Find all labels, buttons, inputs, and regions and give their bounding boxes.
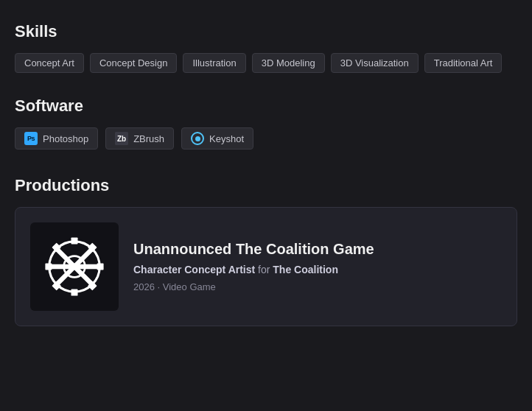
- skills-tags-row: Concept ArtConcept DesignIllustration3D …: [15, 53, 517, 73]
- skills-section: Skills Concept ArtConcept DesignIllustra…: [15, 22, 517, 73]
- production-company: The Coalition: [273, 264, 338, 275]
- production-role-connector: for: [258, 264, 273, 275]
- svg-rect-10: [71, 237, 78, 244]
- skill-tag[interactable]: Illustration: [183, 53, 245, 73]
- production-meta: 2026 · Video Game: [133, 281, 374, 292]
- software-tag[interactable]: Keyshot: [181, 127, 253, 150]
- skill-tag[interactable]: Traditional Art: [424, 53, 503, 73]
- skill-tag[interactable]: 3D Visualization: [331, 53, 419, 73]
- skill-tag[interactable]: 3D Modeling: [252, 53, 325, 73]
- production-card[interactable]: Unannounced The Coalition Game Character…: [15, 207, 517, 326]
- svg-rect-12: [97, 264, 104, 270]
- software-tags-row: PsPhotoshop Zb ZBrush Keyshot: [15, 127, 517, 150]
- software-section: Software PsPhotoshop Zb ZBrush Keyshot: [15, 96, 517, 150]
- software-tag[interactable]: PsPhotoshop: [15, 127, 98, 150]
- photoshop-icon: Ps: [24, 132, 38, 145]
- software-tag-label: Keyshot: [209, 133, 244, 144]
- production-role: Character Concept Artist for The Coaliti…: [133, 264, 374, 275]
- svg-rect-16: [45, 264, 52, 270]
- productions-title: Productions: [15, 176, 517, 195]
- software-tag-label: Photoshop: [43, 133, 88, 144]
- production-role-name: Character Concept Artist: [133, 264, 255, 275]
- svg-rect-14: [71, 289, 78, 296]
- svg-text:Zb: Zb: [117, 135, 126, 143]
- skill-tag[interactable]: Concept Design: [90, 53, 178, 73]
- software-tag[interactable]: Zb ZBrush: [105, 127, 174, 150]
- coalition-logo-icon: [41, 233, 108, 300]
- skill-tag[interactable]: Concept Art: [15, 53, 84, 73]
- skills-title: Skills: [15, 22, 517, 41]
- software-title: Software: [15, 96, 517, 116]
- zbrush-icon: Zb: [115, 132, 128, 145]
- keyshot-icon: [191, 132, 204, 145]
- productions-section: Productions: [15, 176, 517, 326]
- production-thumbnail: [30, 222, 119, 311]
- production-info: Unannounced The Coalition Game Character…: [133, 241, 374, 292]
- software-tag-label: ZBrush: [133, 133, 164, 144]
- production-title: Unannounced The Coalition Game: [133, 241, 374, 258]
